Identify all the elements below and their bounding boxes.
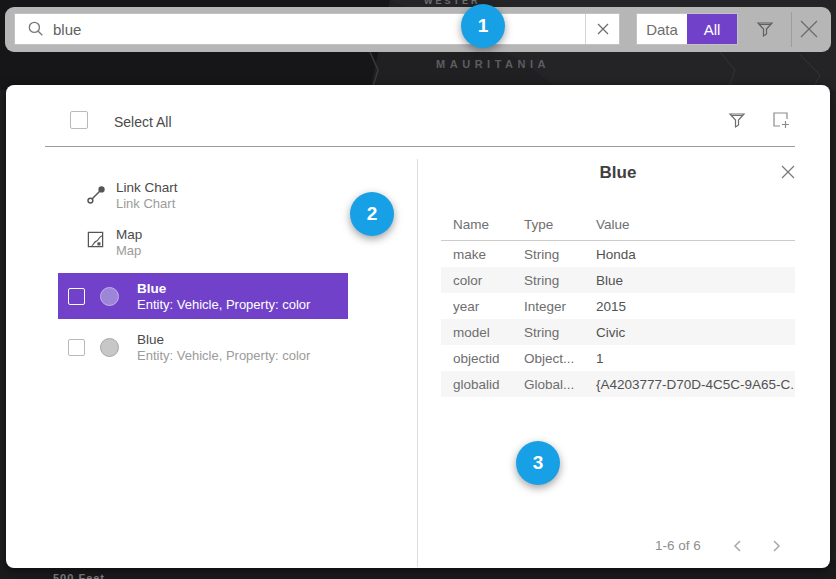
filter-icon	[755, 19, 775, 39]
cell-value: 1	[596, 351, 795, 366]
table-row: year Integer 2015	[441, 293, 795, 319]
table-row: globalid Global... {A4203777-D70D-4C5C-9…	[441, 371, 795, 397]
chevron-right-icon	[771, 539, 783, 553]
cell-type: Integer	[524, 299, 596, 314]
result-title: Link Chart	[116, 180, 178, 195]
detail-panel: Blue Name Type Value make String Honda	[441, 85, 795, 568]
annotation-marker-3: 3	[516, 441, 560, 485]
annotation-marker-2: 2	[350, 192, 394, 236]
entity-circle-icon	[100, 338, 119, 357]
column-value: Value	[596, 217, 795, 232]
cell-type: String	[524, 247, 596, 262]
select-all-checkbox[interactable]	[70, 111, 88, 129]
attribute-table: make String Honda color String Blue year…	[441, 241, 795, 397]
app-window: WESTER MAURITANIA 500 Feet Data All	[0, 0, 836, 579]
table-row: make String Honda	[441, 241, 795, 267]
map-icon	[86, 230, 105, 253]
cell-type: Global...	[524, 377, 596, 392]
result-title: Blue	[137, 332, 310, 347]
annotation-marker-1: 1	[461, 4, 505, 48]
cell-name: year	[453, 299, 524, 314]
toolbar-close-button[interactable]	[796, 16, 822, 42]
result-checkbox[interactable]	[68, 288, 85, 305]
column-type: Type	[524, 217, 596, 232]
result-subtitle: Map	[116, 243, 142, 258]
toolbar-divider	[791, 12, 792, 47]
toolbar-filter-button[interactable]	[752, 16, 778, 42]
clear-search-button[interactable]	[585, 14, 619, 44]
cell-type: Object...	[524, 351, 596, 366]
search-icon	[15, 14, 53, 44]
cell-value: Civic	[596, 325, 795, 340]
detail-title: Blue	[441, 163, 795, 183]
cell-value: {A4203777-D70D-4C5C-9A65-C...	[596, 377, 795, 392]
cell-name: objectid	[453, 351, 524, 366]
result-checkbox[interactable]	[68, 339, 85, 356]
search-input[interactable]	[53, 14, 585, 44]
result-title: Map	[116, 227, 142, 242]
table-row: model String Civic	[441, 319, 795, 345]
mode-all-button[interactable]: All	[687, 14, 737, 44]
attribute-table-header: Name Type Value	[441, 217, 795, 232]
result-subtitle: Link Chart	[116, 196, 178, 211]
previous-page-button[interactable]	[725, 534, 749, 558]
result-subtitle: Entity: Vehicle, Property: color	[137, 297, 310, 312]
cell-name: globalid	[453, 377, 524, 392]
table-row: objectid Object... 1	[441, 345, 795, 371]
map-scale-label: 500 Feet	[53, 572, 105, 579]
cell-type: String	[524, 325, 596, 340]
mode-data-button[interactable]: Data	[637, 14, 687, 44]
cell-value: Blue	[596, 273, 795, 288]
result-item-blue-selected[interactable]: Blue Entity: Vehicle, Property: color	[58, 273, 348, 319]
map-label-mauritania: MAURITANIA	[428, 58, 558, 70]
cell-name: model	[453, 325, 524, 340]
cell-name: color	[453, 273, 524, 288]
result-title: Blue	[137, 281, 310, 296]
search-results-panel: Select All Li	[6, 85, 830, 568]
column-name: Name	[453, 217, 524, 232]
link-chart-icon	[86, 184, 107, 209]
select-all-label: Select All	[114, 114, 172, 130]
chevron-left-icon	[731, 539, 743, 553]
search-toolbar: Data All	[5, 7, 831, 52]
table-row: color String Blue	[441, 267, 795, 293]
panel-split-divider	[417, 159, 418, 567]
pagination-label: 1-6 of 6	[655, 538, 701, 553]
close-icon	[780, 164, 796, 180]
next-page-button[interactable]	[765, 534, 789, 558]
map-label-western-sahara: WESTER	[424, 0, 481, 6]
cell-value: Honda	[596, 247, 795, 262]
search-box	[14, 13, 620, 45]
cell-type: String	[524, 273, 596, 288]
result-item-blue[interactable]: Blue Entity: Vehicle, Property: color	[58, 324, 348, 370]
close-icon	[798, 18, 820, 40]
cell-value: 2015	[596, 299, 795, 314]
entity-circle-icon	[100, 287, 119, 306]
result-subtitle: Entity: Vehicle, Property: color	[137, 348, 310, 363]
cell-name: make	[453, 247, 524, 262]
result-item-map[interactable]: Map Map	[86, 227, 386, 265]
detail-close-button[interactable]	[779, 163, 797, 181]
result-item-link-chart[interactable]: Link Chart Link Chart	[86, 180, 386, 218]
search-mode-toggle: Data All	[636, 13, 738, 45]
